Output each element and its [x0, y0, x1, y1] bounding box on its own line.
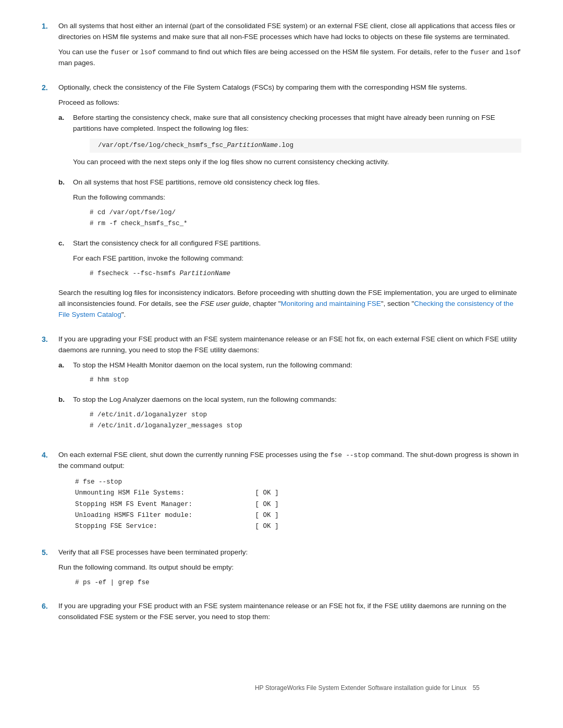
item-2-num: 2. — [42, 82, 52, 325]
item-3b: b. To stop the Log Analyzer daemons on t… — [58, 394, 521, 435]
item-3-text: If you are upgrading your FSE product wi… — [58, 334, 521, 356]
item-2b-text2: Run the following commands: — [73, 192, 521, 203]
item-2-fse-guide: FSE user guide — [200, 300, 249, 307]
list-item-2: 2. Optionally, check the consistency of … — [42, 82, 521, 325]
item-1-code3: fuser — [470, 49, 490, 56]
item-3a: a. To stop the HSM Health Monitor daemon… — [58, 360, 521, 389]
item-2-proceed: Proceed as follows: — [58, 97, 521, 108]
item-4-row4: Stopping FSE Service: [ OK ] — [75, 521, 521, 532]
item-4-content: On each external FSE client, shut down t… — [58, 450, 521, 538]
list-item-4: 4. On each external FSE client, shut dow… — [42, 450, 521, 538]
item-4-row3-label: Unloading HSMFS Filter module: — [75, 511, 242, 521]
item-6-num: 6. — [42, 601, 52, 627]
item-2b-content: On all systems that host FSE partitions,… — [73, 177, 521, 233]
item-2b: b. On all systems that host FSE partitio… — [58, 177, 521, 233]
item-4-row4-value: [ OK ] — [246, 522, 288, 532]
item-2-link1[interactable]: Monitoring and maintaining FSE — [281, 300, 381, 307]
item-2c-text2: For each FSE partition, invoke the follo… — [73, 253, 521, 264]
item-3a-code-block: # hhm stop — [90, 375, 521, 386]
item-3b-text1: To stop the Log Analyzer daemons on the … — [73, 394, 521, 405]
item-2a-code: /var/opt/fse/log/check_hsmfs_fsc_Partiti… — [90, 139, 521, 153]
item-2c-content: Start the consistency check for all conf… — [73, 238, 521, 282]
item-3a-label: a. — [58, 360, 68, 389]
item-4-row2: Stopping HSM FS Event Manager: [ OK ] — [75, 499, 521, 510]
item-1-code4: lsof — [505, 49, 521, 56]
list-item-6: 6. If you are upgrading your FSE product… — [42, 601, 521, 627]
item-2c-code: # fsecheck --fsc-hsmfs PartitionName — [90, 268, 521, 279]
item-2b-code2: # rm -f check_hsmfs_fsc_* — [90, 218, 521, 229]
item-2c-label: c. — [58, 238, 68, 282]
item-4-text: On each external FSE client, shut down t… — [58, 450, 521, 472]
item-5-text2: Run the following command. Its output sh… — [58, 562, 521, 573]
item-2c: c. Start the consistency check for all c… — [58, 238, 521, 282]
item-2b-label: b. — [58, 177, 68, 233]
item-1-content: On all systems that host either an inter… — [58, 21, 521, 73]
item-5-code: # ps -ef | grep fse — [75, 577, 521, 588]
item-3a-code: # hhm stop — [90, 375, 521, 386]
item-2a: a. Before starting the consistency check… — [58, 113, 521, 172]
item-2a-content: Before starting the consistency check, m… — [73, 113, 521, 172]
page-wrapper: 1. On all systems that host either an in… — [42, 21, 521, 709]
item-3a-text1: To stop the HSM Health Monitor daemon on… — [73, 360, 521, 371]
page-footer: HP StorageWorks File System Extender Sof… — [255, 683, 480, 693]
item-3b-code2: # /etc/init.d/loganalyzer_messages stop — [90, 421, 521, 431]
item-4-row1: Unmounting HSM File Systems: [ OK ] — [75, 488, 521, 499]
item-2-intro: Optionally, check the consistency of the… — [58, 82, 521, 93]
list-item-5: 5. Verify that all FSE processes have be… — [42, 547, 521, 591]
main-list: 1. On all systems that host either an in… — [42, 21, 521, 627]
item-2-after-sub: Search the resulting log files for incon… — [58, 288, 521, 320]
item-1-num: 1. — [42, 21, 52, 73]
item-4-num: 4. — [42, 450, 52, 538]
item-5-content: Verify that all FSE processes have been … — [58, 547, 521, 591]
item-2b-code1: # cd /var/opt/fse/log/ — [90, 207, 521, 218]
item-4-row2-label: Stopping HSM FS Event Manager: — [75, 500, 242, 510]
item-4-row2-value: [ OK ] — [246, 500, 288, 510]
item-6-text: If you are upgrading your FSE product wi… — [58, 601, 521, 623]
item-2b-text1: On all systems that host FSE partitions,… — [73, 177, 521, 188]
item-1-code2: lsof — [140, 49, 156, 56]
item-3b-content: To stop the Log Analyzer daemons on the … — [73, 394, 521, 435]
item-2a-code-block: /var/opt/fse/log/check_hsmfs_fsc_Partiti… — [90, 139, 521, 153]
item-4-table: # fse --stop Unmounting HSM File Systems… — [75, 477, 521, 533]
item-4-row3: Unloading HSMFS Filter module: [ OK ] — [75, 510, 521, 521]
item-4-row1-value: [ OK ] — [246, 488, 288, 498]
item-1-para1: On all systems that host either an inter… — [58, 21, 521, 43]
item-5-text: Verify that all FSE processes have been … — [58, 547, 521, 558]
item-4-row1-label: Unmounting HSM File Systems: — [75, 488, 242, 498]
footer-label: HP StorageWorks File System Extender Sof… — [255, 683, 467, 693]
item-3b-code1: # /etc/init.d/loganalyzer stop — [90, 410, 521, 421]
item-2b-codes: # cd /var/opt/fse/log/ # rm -f check_hsm… — [90, 207, 521, 230]
item-1-para2: You can use the fuser or lsof command to… — [58, 47, 521, 69]
item-4-inline-code: fse --stop — [331, 452, 370, 459]
item-2-sub-list: a. Before starting the consistency check… — [58, 113, 521, 282]
item-3b-label: b. — [58, 394, 68, 435]
item-2a-label: a. — [58, 113, 68, 172]
item-3b-codes: # /etc/init.d/loganalyzer stop # /etc/in… — [90, 410, 521, 432]
item-5-code-block: # ps -ef | grep fse — [75, 577, 521, 588]
item-4-table-header: # fse --stop — [75, 477, 521, 488]
list-item-1: 1. On all systems that host either an in… — [42, 21, 521, 73]
item-2-content: Optionally, check the consistency of the… — [58, 82, 521, 325]
footer-page-num: 55 — [473, 683, 480, 693]
item-5-num: 5. — [42, 547, 52, 591]
item-4-row3-value: [ OK ] — [246, 511, 288, 521]
item-2c-text1: Start the consistency check for all conf… — [73, 238, 521, 249]
item-1-code1: fuser — [111, 49, 130, 56]
page-content: 1. On all systems that host either an in… — [42, 21, 521, 627]
item-6-content: If you are upgrading your FSE product wi… — [58, 601, 521, 627]
item-2a-text2: You can proceed with the next steps only… — [73, 157, 521, 168]
item-2c-code-block: # fsecheck --fsc-hsmfs PartitionName — [90, 268, 521, 279]
item-3-content: If you are upgrading your FSE product wi… — [58, 334, 521, 440]
item-2a-text1: Before starting the consistency check, m… — [73, 113, 521, 134]
list-item-3: 3. If you are upgrading your FSE product… — [42, 334, 521, 440]
item-4-row4-label: Stopping FSE Service: — [75, 522, 242, 532]
item-3a-content: To stop the HSM Health Monitor daemon on… — [73, 360, 521, 389]
item-3-num: 3. — [42, 334, 52, 440]
item-3-sub-list: a. To stop the HSM Health Monitor daemon… — [58, 360, 521, 435]
